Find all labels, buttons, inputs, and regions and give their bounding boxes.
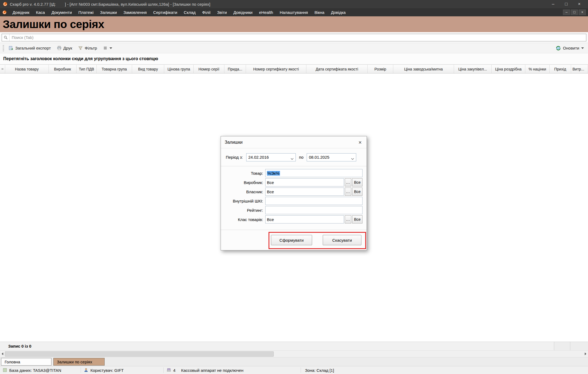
menu-item-sklad[interactable]: Склад [181,9,199,16]
app-icon [3,2,8,7]
menu-item-platezhi[interactable]: Платежі [75,9,97,16]
view-options-caret-icon [109,47,112,49]
close-button[interactable]: × [573,2,585,7]
vyrobnyk-input[interactable]: Все [265,178,344,186]
vyrobnyk-all-button[interactable]: Все [352,178,362,186]
vlasnyk-value: Все [267,189,274,194]
sformuvaty-button[interactable]: Сформувати [271,235,312,245]
reitynh-input[interactable] [265,206,362,214]
klas-tovariv-browse-button[interactable]: ... [345,215,351,223]
tovar-input[interactable]: %Эк% [265,169,362,177]
dialog-title: Залишки [225,140,243,145]
menu-item-kasa[interactable]: Каса [33,9,48,16]
menu-item-sertyfikaty[interactable]: Сертифікати [150,9,180,16]
search-input[interactable] [10,35,586,40]
menu-item-dovidnyky[interactable]: Довідники [230,9,255,16]
skasuvaty-button[interactable]: Скасувати [323,235,361,245]
user-status-text: Користувач: GIFT [90,368,124,373]
scroll-left-arrow[interactable] [0,351,5,357]
vlasnyk-input[interactable]: Все [265,188,344,196]
col-nomer-sertyfikatu[interactable]: Номер сертифікату якості [246,65,306,73]
maximize-button[interactable]: □ [560,2,572,7]
period-to-combobox[interactable]: 08.01.2025 [307,153,356,161]
menu-app-icon [2,10,7,15]
period-from-combobox[interactable]: 24.02.2016 [246,153,296,161]
menu-item-filii[interactable]: Філії [199,9,214,16]
col-tsinova-hrupa[interactable]: Цінова група [164,65,194,73]
menu-item-zalyshky[interactable]: Залишки [97,9,120,16]
mdi-restore-button[interactable]: □ [571,10,578,15]
menu-item-zamovlennia[interactable]: Замовлення [120,9,150,16]
menu-item-ehealth[interactable]: eHealth [256,9,276,16]
database-icon [3,368,7,373]
col-vytraty[interactable]: Витр... [571,65,588,73]
view-options-button[interactable] [100,44,115,52]
export-button[interactable]: Загальний експорт [6,44,53,52]
chevron-down-icon [351,156,354,158]
grouping-bar-text: Перетягніть заголовок колонки сюди для у… [3,56,158,61]
col-nazva-tovaru[interactable]: Назва товару [5,65,49,73]
app-window: Скарб pro v. 4.0.2.77 [ІД: ] - [Апт №003… [0,0,588,374]
print-button[interactable]: Друк [54,44,75,52]
vyrobnyk-value: Все [267,180,274,185]
col-data-sertyfikata[interactable]: Дата сертифіката якості [306,65,368,73]
refresh-button-label: Оновити [563,46,579,50]
refresh-button[interactable]: Оновити [553,44,586,53]
menu-item-vikna[interactable]: Вікна [312,9,328,16]
mdi-minimize-button[interactable]: – [563,10,570,15]
col-vyd-tovaru[interactable]: Вид товару [132,65,164,73]
minimize-button[interactable]: – [547,2,559,7]
field-row-vlasnyk: Власник: Все ... Все [225,188,362,196]
vnutrishnii-shki-input[interactable] [265,197,362,205]
col-tsina-zavodska[interactable]: Ціна заводська/митна [393,65,454,73]
col-typ-pdv[interactable]: Тип ПДВ [77,65,97,73]
col-tsina-rozdribna[interactable]: Ціна роздрібна [492,65,525,73]
tab-holovna[interactable]: Головна [1,358,51,366]
period-from-label: Період з: [226,155,243,160]
vlasnyk-browse-button[interactable]: ... [345,188,351,196]
search-box[interactable] [2,34,586,41]
scrollbar-thumb[interactable] [5,351,274,357]
column-chooser-icon[interactable] [0,65,5,73]
status-bar: База даних: TASA3@TITAN Користувач: GIFT… [0,366,588,374]
menu-item-dovidnyk[interactable]: Довідник [10,9,32,16]
menu-item-dokumenty[interactable]: Документи [48,9,75,16]
dialog-close-button[interactable]: × [357,139,363,146]
zone-status: Зона: Склад [1] [305,368,334,373]
horizontal-scrollbar[interactable] [0,350,588,357]
col-natsinka[interactable]: % націнки [525,65,550,73]
export-icon [9,46,13,50]
vlasnyk-all-button[interactable]: Все [352,188,362,196]
grouping-bar[interactable]: Перетягніть заголовок колонки сюди для у… [0,53,588,65]
menu-item-dovidka[interactable]: Довідка [328,9,349,16]
tab-zalyshky-po-seriiakh[interactable]: Залишки по серіях [53,358,105,366]
mdi-close-button[interactable]: × [579,10,586,15]
col-tsina-zakupivelna[interactable]: Ціна закупівел... [454,65,492,73]
scroll-right-arrow[interactable] [583,351,588,357]
filter-button[interactable]: Фільтр [76,44,99,52]
print-icon [57,46,62,50]
klas-tovariv-input[interactable]: Все [265,215,344,223]
col-rozmir[interactable]: Розмір [368,65,393,73]
col-prykhid[interactable]: Прихід [550,65,571,73]
col-vyrobnyk[interactable]: Виробник [49,65,77,73]
menu-item-zvity[interactable]: Звіти [214,9,230,16]
field-row-vnutrishnii-shki: Внутрішній ШКІ: [225,197,362,205]
toolbar-grip [3,45,4,51]
klas-tovariv-label: Клас товарів: [225,217,265,222]
col-prydatnist[interactable]: Прида... [224,65,246,73]
menu-item-nalashtuvannia[interactable]: Налаштування [277,9,311,16]
dialog-button-area: Сформувати Скасувати [221,230,367,250]
titlebar: Скарб pro v. 4.0.2.77 [ІД: ] - [Апт №003… [0,0,588,8]
dialog-titlebar: Залишки × [221,136,367,148]
col-tovarna-hrupa[interactable]: Товарна група [97,65,132,73]
export-button-label: Загальний експорт [15,46,51,50]
vyrobnyk-browse-button[interactable]: ... [345,178,351,186]
period-to-value: 08.01.2025 [309,155,329,160]
col-nomer-serii[interactable]: Номер серії [194,65,224,73]
dialog-fields: Товар: %Эк% Виробник: Все ... Все Власни… [221,166,367,230]
page-title: Залишки по серіях [3,18,104,31]
search-icon [2,34,10,41]
klas-tovariv-all-button[interactable]: Все [352,215,362,223]
user-status: Користувач: GIFT [84,368,124,373]
